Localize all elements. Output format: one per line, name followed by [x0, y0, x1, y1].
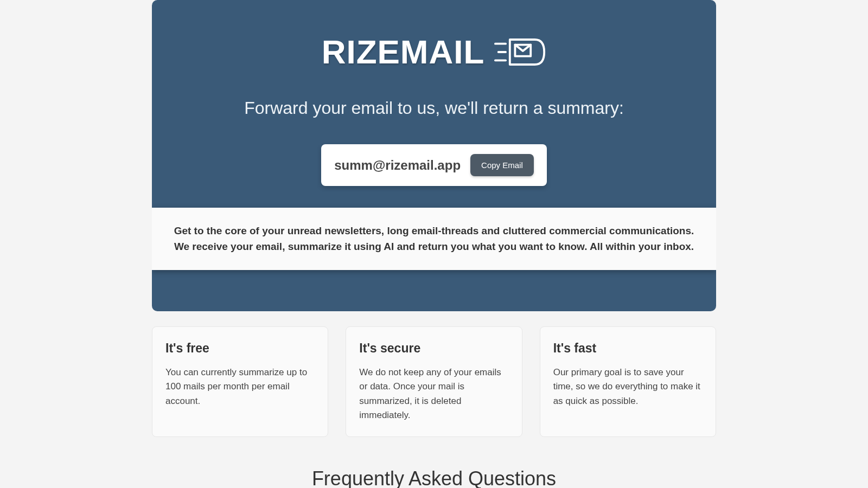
- logo-wrap: RIZEMAIL: [163, 33, 705, 71]
- feature-card-secure: It's secure We do not keep any of your e…: [346, 326, 522, 437]
- feature-body: We do not keep any of your emails or dat…: [359, 365, 508, 422]
- envelope-speed-icon: [494, 36, 546, 68]
- hero-description: Get to the core of your unread newslette…: [152, 208, 716, 270]
- forward-email-address: summ@rizemail.app: [334, 158, 461, 173]
- feature-title: It's fast: [553, 341, 703, 356]
- copy-email-button[interactable]: Copy Email: [470, 154, 534, 176]
- feature-title: It's free: [165, 341, 315, 356]
- feature-card-fast: It's fast Our primary goal is to save yo…: [540, 326, 716, 437]
- email-card: summ@rizemail.app Copy Email: [321, 144, 547, 186]
- feature-body: You can currently summarize up to 100 ma…: [165, 365, 315, 408]
- feature-body: Our primary goal is to save your time, s…: [553, 365, 703, 408]
- feature-card-free: It's free You can currently summarize up…: [152, 326, 328, 437]
- faq-heading: Frequently Asked Questions: [152, 467, 716, 488]
- hero-section: RIZEMAIL Forward your email to us, we'll…: [152, 0, 716, 311]
- features-row: It's free You can currently summarize up…: [152, 326, 716, 437]
- hero-tagline: Forward your email to us, we'll return a…: [163, 98, 705, 118]
- feature-title: It's secure: [359, 341, 508, 356]
- brand-name: RIZEMAIL: [322, 33, 485, 71]
